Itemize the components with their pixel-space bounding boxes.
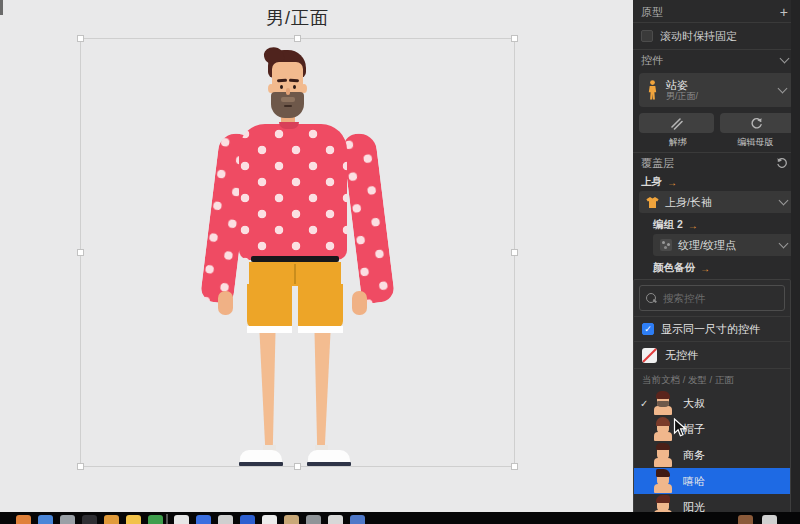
control-path: 男/正面/	[666, 91, 698, 101]
dock-icon[interactable]	[82, 515, 97, 524]
goto-arrow-icon[interactable]: →	[688, 220, 698, 231]
character-right-eye	[293, 85, 296, 89]
refresh-icon	[750, 117, 763, 130]
character-mouth	[284, 105, 292, 107]
resize-handle-top-right[interactable]	[511, 35, 518, 42]
no-control-option[interactable]: 无控件	[634, 342, 790, 368]
dock-icon[interactable]	[174, 515, 189, 524]
frame-title[interactable]: 男/正面	[80, 6, 515, 30]
search-box[interactable]	[639, 285, 785, 311]
list-item-maozi[interactable]: 帽子	[634, 416, 790, 442]
chevron-down-icon[interactable]	[779, 239, 789, 249]
no-control-label: 无控件	[665, 348, 698, 363]
fix-on-scroll-checkbox[interactable]	[641, 30, 653, 42]
dock-icon[interactable]	[284, 515, 299, 524]
control-picker-popup: ✓ 显示同一尺寸的控件 无控件 当前文档 / 发型 / 正面 ✓ 大叔 帽子	[633, 279, 791, 524]
chevron-down-icon[interactable]	[779, 196, 789, 206]
dock-icon[interactable]	[240, 515, 255, 524]
dock-icon[interactable]	[126, 515, 141, 524]
avatar	[653, 443, 673, 467]
dock-icon[interactable]	[350, 515, 365, 524]
window-edge-sliver	[0, 0, 3, 15]
same-size-row[interactable]: ✓ 显示同一尺寸的控件	[634, 317, 790, 341]
overlay-section-title: 覆盖层	[641, 156, 674, 171]
design-canvas[interactable]: 男/正面	[0, 0, 633, 512]
panel-scroll-track[interactable]	[791, 0, 800, 512]
list-item-label: 大叔	[683, 396, 705, 411]
upper-body-dropdown[interactable]: 上身/长袖	[639, 191, 794, 213]
texture-value: 纹理/纹理点	[678, 238, 736, 253]
dock-icon[interactable]	[762, 515, 777, 524]
upper-body-value: 上身/长袖	[665, 195, 712, 210]
dock-icon[interactable]	[306, 515, 321, 524]
character-nose	[286, 88, 290, 95]
dock-icon[interactable]	[218, 515, 233, 524]
control-instance-dropdown[interactable]: 站姿 男/正面/	[639, 73, 794, 107]
reset-icon[interactable]	[776, 157, 788, 169]
add-icon[interactable]: +	[780, 5, 788, 19]
detach-button-label: 解绑	[639, 136, 717, 149]
dock-icon[interactable]	[166, 514, 168, 524]
search-input[interactable]	[661, 291, 775, 305]
control-section-header[interactable]: 控件	[633, 50, 800, 70]
character-left-cuff	[247, 326, 292, 333]
dock-icon[interactable]	[262, 515, 277, 524]
resize-handle-bottom-center[interactable]	[294, 463, 301, 470]
dock-icon[interactable]	[60, 515, 75, 524]
resize-handle-top-left[interactable]	[77, 35, 84, 42]
detach-button[interactable]	[639, 113, 714, 133]
resize-handle-middle-right[interactable]	[511, 249, 518, 256]
color-backup-label: 颜色备份	[653, 261, 695, 275]
resize-handle-bottom-left[interactable]	[77, 463, 84, 470]
overlay-section-header: 覆盖层	[633, 153, 800, 173]
group2-label-row: 编组 2 →	[633, 216, 800, 234]
dock-icon[interactable]	[738, 515, 753, 524]
macos-dock[interactable]	[0, 512, 800, 524]
detach-icon	[669, 116, 683, 130]
goto-arrow-icon[interactable]: →	[700, 263, 710, 274]
list-item-label: 嘻哈	[683, 474, 705, 489]
character-left-eye	[280, 85, 283, 89]
upper-body-label: 上身	[641, 175, 662, 189]
chevron-down-icon[interactable]	[780, 54, 790, 64]
dock-icon[interactable]	[38, 515, 53, 524]
resize-handle-middle-left[interactable]	[77, 249, 84, 256]
breadcrumb: 当前文档 / 发型 / 正面	[634, 369, 790, 390]
resize-handle-top-center[interactable]	[294, 35, 301, 42]
group2-label: 编组 2	[653, 218, 683, 232]
list-item-xiha-selected[interactable]: 嘻哈	[634, 468, 790, 494]
search-icon	[646, 293, 656, 303]
avatar	[653, 391, 673, 415]
texture-dropdown[interactable]: 纹理/纹理点	[653, 234, 794, 256]
character-shorts-left	[247, 284, 292, 328]
dock-icon[interactable]	[196, 515, 211, 524]
dock-icon[interactable]	[148, 515, 163, 524]
edit-master-button[interactable]	[720, 113, 795, 133]
avatar	[653, 417, 673, 441]
list-item-shangwu[interactable]: 商务	[634, 442, 790, 468]
fix-on-scroll-label: 滚动时保持固定	[660, 29, 737, 44]
check-icon: ✓	[640, 398, 653, 409]
dock-icon[interactable]	[328, 515, 343, 524]
dock-icon[interactable]	[16, 515, 31, 524]
dock-icon[interactable]	[104, 515, 119, 524]
same-size-label: 显示同一尺寸的控件	[661, 322, 760, 337]
resize-handle-bottom-right[interactable]	[511, 463, 518, 470]
character-shorts-fly	[294, 264, 296, 284]
character-right-cuff	[298, 326, 343, 333]
character-sweater	[239, 124, 347, 260]
fix-on-scroll-row[interactable]: 滚动时保持固定	[633, 23, 800, 49]
character-left-hand	[218, 291, 233, 315]
app-window: 男/正面	[0, 0, 800, 524]
control-name: 站姿	[666, 79, 698, 92]
properties-panel: 原型 + 滚动时保持固定 控件 站姿 男/正面/	[633, 0, 800, 512]
avatar	[653, 469, 673, 493]
control-section-title: 控件	[641, 53, 663, 68]
list-item-daschu[interactable]: ✓ 大叔	[634, 390, 790, 416]
chevron-down-icon[interactable]	[778, 84, 788, 94]
character-left-shoe	[240, 450, 282, 466]
goto-arrow-icon[interactable]: →	[667, 177, 677, 188]
character-mustache	[281, 97, 295, 102]
same-size-checkbox[interactable]: ✓	[642, 323, 654, 335]
prototype-section-header: 原型 +	[633, 2, 800, 22]
